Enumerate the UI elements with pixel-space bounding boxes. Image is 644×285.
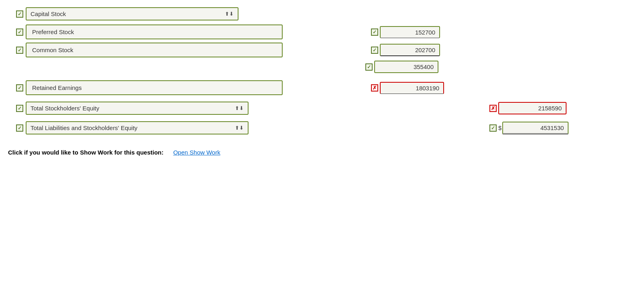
- total-liabilities-value[interactable]: 4531530: [502, 122, 569, 134]
- common-stock-value[interactable]: 202700: [380, 44, 440, 56]
- total-stockholders-dropdown[interactable]: Total Stockholders' Equity ⬆⬇: [26, 102, 249, 115]
- capital-stock-dropdown[interactable]: Capital Stock ⬆⬇: [26, 7, 238, 20]
- main-container: Capital Stock ⬆⬇ Preferred Stock 152700 …: [8, 7, 634, 272]
- total-stockholders-row: Total Stockholders' Equity ⬆⬇ 2158590: [16, 102, 634, 115]
- show-work-section: Click if you would like to Show Work for…: [8, 149, 634, 156]
- retained-earnings-value-area: 1803190: [371, 82, 444, 94]
- total-liabilities-value-checkbox[interactable]: [489, 124, 497, 132]
- total-stockholders-arrow-icon: ⬆⬇: [235, 105, 244, 111]
- total-stockholders-value-area: 2158590: [489, 102, 567, 114]
- total-stockholders-checkbox[interactable]: [16, 105, 23, 112]
- total-liabilities-arrow-icon: ⬆⬇: [235, 125, 244, 131]
- common-stock-label: Common Stock: [32, 47, 73, 53]
- capital-stock-left: Capital Stock ⬆⬇: [16, 7, 238, 20]
- retained-earnings-label: Retained Earnings: [32, 84, 82, 91]
- dollar-sign: $: [498, 124, 501, 131]
- preferred-stock-label: Preferred Stock: [32, 28, 74, 35]
- common-stock-value-checkbox[interactable]: [371, 47, 378, 54]
- capital-stock-label: Capital Stock: [31, 10, 66, 17]
- preferred-stock-value-checkbox[interactable]: [371, 28, 378, 36]
- retained-earnings-value-checkbox[interactable]: [371, 84, 378, 92]
- common-stock-row: Common Stock 202700: [16, 43, 634, 57]
- capital-subtotal-checkbox[interactable]: [365, 63, 373, 71]
- total-liabilities-value-area: $ 4531530: [489, 122, 569, 134]
- open-show-work-link[interactable]: Open Show Work: [173, 149, 220, 156]
- total-stockholders-value[interactable]: 2158590: [498, 102, 567, 114]
- common-stock-value-area: 202700: [371, 44, 440, 56]
- capital-stock-row: Capital Stock ⬆⬇: [16, 7, 634, 20]
- total-stockholders-left: Total Stockholders' Equity ⬆⬇: [16, 102, 249, 115]
- total-liabilities-row: Total Liabilities and Stockholders' Equi…: [16, 121, 634, 134]
- total-liabilities-dollar-wrapper: $ 4531530: [498, 122, 569, 134]
- preferred-stock-checkbox[interactable]: [16, 28, 23, 36]
- preferred-stock-value[interactable]: 152700: [380, 26, 440, 38]
- total-stockholders-label: Total Stockholders' Equity: [31, 105, 99, 112]
- preferred-stock-left: Preferred Stock: [16, 24, 283, 39]
- common-stock-checkbox[interactable]: [16, 47, 23, 54]
- total-stockholders-value-checkbox[interactable]: [489, 105, 497, 112]
- capital-stock-arrow-icon: ⬆⬇: [225, 11, 234, 17]
- total-liabilities-label: Total Liabilities and Stockholders' Equi…: [31, 124, 137, 131]
- retained-earnings-field[interactable]: Retained Earnings: [26, 80, 283, 95]
- preferred-stock-value-area: 152700: [371, 26, 440, 38]
- total-liabilities-checkbox[interactable]: [16, 124, 23, 132]
- preferred-stock-row: Preferred Stock 152700: [16, 24, 634, 39]
- total-liabilities-left: Total Liabilities and Stockholders' Equi…: [16, 121, 249, 134]
- retained-earnings-checkbox[interactable]: [16, 84, 23, 92]
- capital-subtotal-row: 355400: [16, 61, 634, 73]
- capital-subtotal-value[interactable]: 355400: [374, 61, 438, 73]
- retained-earnings-row: Retained Earnings 1803190: [16, 80, 634, 95]
- capital-stock-checkbox[interactable]: [16, 10, 23, 18]
- preferred-stock-field[interactable]: Preferred Stock: [26, 24, 283, 39]
- capital-subtotal-value-area: 355400: [365, 61, 438, 73]
- show-work-label: Click if you would like to Show Work for…: [8, 149, 163, 156]
- retained-earnings-value[interactable]: 1803190: [380, 82, 444, 94]
- total-liabilities-dropdown[interactable]: Total Liabilities and Stockholders' Equi…: [26, 121, 249, 134]
- retained-earnings-left: Retained Earnings: [16, 80, 283, 95]
- common-stock-left: Common Stock: [16, 43, 283, 57]
- common-stock-field[interactable]: Common Stock: [26, 43, 283, 57]
